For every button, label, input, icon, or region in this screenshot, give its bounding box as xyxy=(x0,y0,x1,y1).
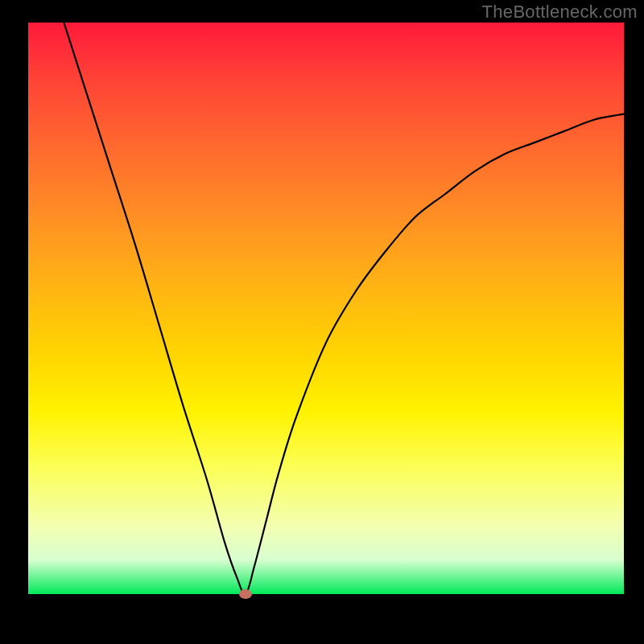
watermark-text: TheBottleneck.com xyxy=(482,2,638,23)
bottleneck-curve xyxy=(28,23,624,594)
chart-plot-area xyxy=(28,23,624,594)
minimum-marker xyxy=(239,589,252,599)
